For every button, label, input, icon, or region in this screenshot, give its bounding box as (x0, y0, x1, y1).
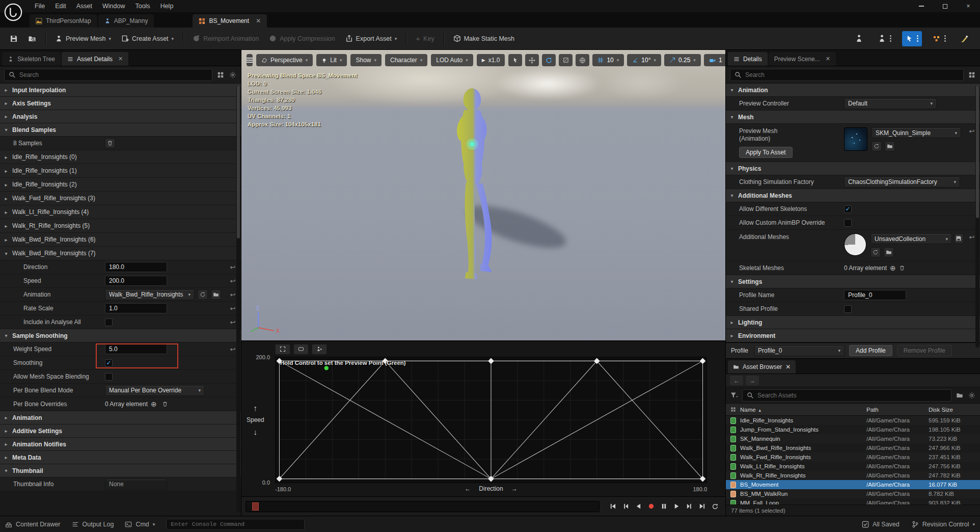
allow-mesh-space-checkbox[interactable]: ✓ (105, 373, 113, 381)
tab-skeleton-tree[interactable]: Skeleton Tree (2, 52, 61, 66)
output-log-button[interactable]: Output Log (72, 521, 114, 528)
rotation-snap-button[interactable]: 10°▾ (627, 54, 661, 66)
world-coordinate-button[interactable] (576, 54, 589, 66)
use-selected-asset-icon[interactable] (872, 141, 882, 151)
animation-mode-button[interactable] (902, 31, 922, 46)
asset-row[interactable]: Idle_Rifle_Ironsights/All/Game/Chara595.… (726, 416, 980, 425)
asset-row[interactable]: BS_MM_WalkRun/All/Game/Chara8.782 KiB (726, 489, 980, 498)
section-mesh[interactable]: ▾ Mesh (726, 111, 980, 124)
smoothing-checkbox[interactable]: ✓ (105, 359, 113, 367)
section-additional-meshes[interactable]: ▾ Additional Meshes (726, 189, 980, 202)
tab-close-icon[interactable]: ✕ (826, 56, 830, 62)
search-input[interactable] (745, 71, 959, 78)
speed-field[interactable]: 200.0 (105, 276, 167, 286)
to-front-button[interactable] (607, 500, 619, 513)
preview-mesh-thumbnail[interactable] (844, 127, 867, 151)
paint-mode-button[interactable] (957, 31, 972, 46)
preview-mesh-dropdown[interactable]: SKM_Quinn_Simple▾ (872, 127, 961, 138)
playhead[interactable] (252, 502, 259, 511)
gear-icon[interactable] (968, 391, 976, 400)
trash-icon[interactable] (899, 265, 905, 271)
blendspace-grid[interactable] (276, 357, 706, 483)
scrollbar[interactable] (236, 86, 240, 513)
back-button[interactable]: ← (730, 376, 743, 385)
pause-button[interactable] (658, 500, 670, 513)
timeline-scrubber[interactable] (246, 501, 600, 512)
asset-row[interactable]: SK_Mannequin/All/Game/Chara73.223 KiB (726, 434, 980, 443)
forward-button[interactable]: → (746, 376, 759, 385)
tab-details[interactable]: Details (728, 52, 768, 66)
move-tool-button[interactable] (525, 54, 539, 66)
view-options-icon[interactable] (968, 71, 976, 79)
all-saved-button[interactable]: All Saved (862, 521, 900, 528)
scale-tool-button[interactable] (559, 54, 573, 66)
use-selected-asset-icon[interactable] (870, 247, 881, 257)
allow-custom-animbp-checkbox[interactable]: ✓ (844, 219, 852, 227)
filter-icon[interactable] (730, 391, 738, 400)
preview-mesh-button[interactable]: Preview Mesh▾ (50, 31, 116, 46)
preview-sample-button[interactable] (312, 344, 327, 355)
blendspace-graph[interactable]: Hold Control to set the Preview Point (G… (275, 357, 707, 483)
revision-control-button[interactable]: Revision Control▾ (912, 521, 975, 528)
more-options-icon[interactable] (890, 35, 891, 42)
type-column-icon[interactable] (726, 407, 740, 412)
menu-asset[interactable]: Asset (71, 0, 97, 12)
expand-graph-button[interactable] (275, 344, 290, 355)
tab-thirdpersonmap[interactable]: ThirdPersonMap (30, 14, 97, 28)
scrollbar[interactable] (975, 86, 979, 348)
apply-to-asset-button[interactable]: Apply To Asset (739, 147, 793, 158)
asset-row[interactable]: MM_Fall_Loop/All/Game/Chara903.832 KiB (726, 498, 980, 504)
rotate-tool-button[interactable] (542, 54, 556, 66)
trash-icon[interactable] (105, 138, 115, 148)
save-button[interactable] (5, 31, 22, 46)
lod-dropdown[interactable]: LOD Auto▾ (431, 54, 473, 66)
per-bone-blend-mode-dropdown[interactable]: Manual Per Bone Override▾ (105, 385, 205, 396)
section-animation-notifies[interactable]: ▸Animation Notifies (0, 438, 241, 451)
save-collection-icon[interactable] (954, 233, 964, 244)
section-sample-smoothing[interactable]: ▾ Sample Smoothing (0, 329, 241, 342)
browse-to-asset-button[interactable] (23, 31, 41, 46)
section-additive-settings[interactable]: ▸Additive Settings (0, 424, 241, 438)
more-options-icon[interactable] (944, 35, 946, 42)
tab-bs-movement[interactable]: BS_Movement ✕ (193, 14, 267, 28)
tab-abp-manny[interactable]: ABP_Manny (98, 14, 154, 28)
asset-row[interactable]: Walk_Bwd_Rifle_Ironsights/All/Game/Chara… (726, 443, 980, 453)
gear-icon[interactable] (229, 71, 237, 79)
browse-to-asset-icon[interactable] (884, 247, 894, 257)
blend-sample-item[interactable]: ▸Walk_Fwd_Rifle_Ironsights (3) (0, 192, 241, 205)
use-selected-asset-icon[interactable] (198, 289, 208, 300)
section-axis-settings[interactable]: ▸Axis Settings (0, 97, 241, 110)
preview-viewport[interactable]: Perspective▾ Lit▾ Show▾ Character▾ LOD A… (241, 50, 725, 340)
character-dropdown[interactable]: Character▾ (385, 54, 427, 66)
blend-sample-item[interactable]: ▸Walk_Lt_Rifle_Ironsights (4) (0, 205, 241, 219)
select-tool-button[interactable] (508, 54, 522, 66)
column-name[interactable]: Name▲ (740, 407, 866, 413)
playback-speed-button[interactable]: ▶x1.0 (477, 54, 505, 66)
asset-search-input[interactable] (757, 392, 947, 399)
apply-compression-button[interactable]: Apply Compression (264, 31, 339, 46)
section-physics[interactable]: ▾ Physics (726, 162, 980, 175)
minimize-button[interactable] (910, 0, 933, 12)
animation-dropdown[interactable]: Walk_Bwd_Rifle_Ironsights▾ (105, 289, 195, 300)
blend-sample-item-expanded[interactable]: ▾ Walk_Bwd_Rifle_Ironsights (7) (0, 247, 241, 260)
play-button[interactable] (670, 500, 683, 513)
key-button[interactable]: + Key (411, 31, 439, 46)
view-options-icon[interactable] (216, 71, 225, 79)
create-asset-button[interactable]: Create Asset▾ (117, 31, 178, 46)
blend-sample-item[interactable]: ▸Walk_Rt_Rifle_Ironsights (5) (0, 219, 241, 233)
add-element-icon[interactable]: ⊕ (151, 400, 157, 408)
show-dropdown[interactable]: Show▾ (350, 54, 382, 66)
make-static-mesh-button[interactable]: Make Static Mesh (449, 31, 519, 46)
section-meta-data[interactable]: ▸Meta Data (0, 451, 241, 464)
preview-point[interactable] (324, 366, 329, 370)
blend-sample-point[interactable] (700, 358, 706, 364)
direction-field[interactable]: 180.0 (105, 262, 167, 272)
grid-snap-button[interactable]: 10▾ (592, 54, 624, 66)
asset-row[interactable]: BS_Movement/All/Game/Chara16.077 KiB (726, 480, 980, 489)
add-element-icon[interactable]: ⊕ (890, 264, 896, 272)
tab-asset-browser[interactable]: Asset Browser ✕ (728, 360, 796, 374)
perspective-dropdown[interactable]: Perspective▾ (256, 54, 313, 66)
to-end-button[interactable] (696, 500, 709, 513)
asset-row[interactable]: Walk_Rt_Rifle_Ironsights/All/Game/Chara2… (726, 471, 980, 480)
section-blend-samples[interactable]: ▾ Blend Samples (0, 123, 241, 137)
